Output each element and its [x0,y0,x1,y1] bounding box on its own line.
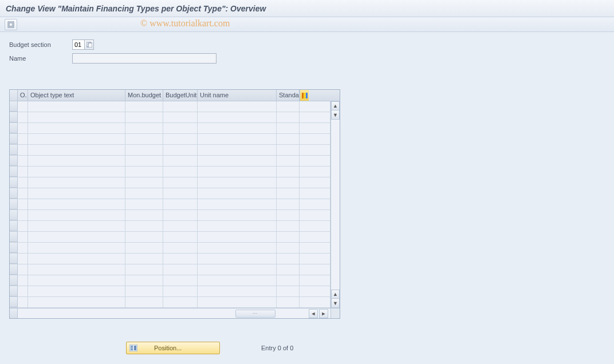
scroll-down2-button[interactable]: ▼ [331,299,340,308]
scroll-track[interactable] [331,120,340,290]
svg-rect-11 [134,346,136,350]
table-row [10,199,330,210]
form-area: Budget section Name [0,32,614,73]
svg-rect-9 [131,347,133,349]
hscroll-track[interactable]: ⋯ ◄ ► [18,308,330,318]
position-icon [129,344,138,352]
row-selector[interactable] [10,156,18,166]
table-container: O. Object type text Mon.budget BudgetUni… [9,89,340,319]
svg-rect-1 [9,23,13,26]
expand-icon [7,21,14,28]
table-row [10,232,330,243]
title-bar: Change View "Maintain Financing Types pe… [0,0,614,17]
table-row [10,286,330,297]
row-selector[interactable] [10,210,18,220]
toolbar-expand-button[interactable] [5,19,17,30]
table-row [10,221,330,232]
toolbar [0,17,614,32]
svg-rect-6 [306,93,308,98]
table-config-icon [302,93,308,98]
rows-area [10,101,330,308]
table-row [10,145,330,156]
scroll-down-button[interactable]: ▲ [331,290,340,299]
row-selector[interactable] [10,297,18,307]
table-header: O. Object type text Mon.budget BudgetUni… [10,90,340,101]
scroll-right-button[interactable]: ► [319,309,328,318]
row-selector[interactable] [10,134,18,144]
row-selector[interactable] [10,232,18,242]
table-row [10,123,330,134]
table-row [10,101,330,112]
row-selector[interactable] [10,123,18,133]
table-row [10,177,330,188]
row-selector[interactable] [10,264,18,275]
table-row [10,156,330,167]
row-selector[interactable] [10,243,18,253]
svg-rect-5 [304,93,305,98]
table-config-button[interactable] [300,90,309,101]
position-button[interactable]: Position... [126,342,220,354]
hscroll-thumb[interactable]: ⋯ [235,310,275,318]
hscroll-spacer [10,308,18,318]
budget-section-input[interactable] [72,39,85,50]
table-row [10,243,330,254]
scroll-left-button[interactable]: ◄ [309,309,318,318]
scroll-up2-button[interactable]: ▼ [331,110,340,120]
table-row [10,297,330,308]
scroll-up-button[interactable]: ▲ [331,101,340,110]
svg-rect-10 [131,349,133,350]
table-row [10,188,330,199]
svg-rect-8 [131,346,133,347]
col-unit-name[interactable]: Unit name [198,90,277,101]
entry-counter: Entry 0 of 0 [261,345,293,351]
row-selector[interactable] [10,275,18,286]
name-input[interactable] [72,53,217,64]
svg-rect-3 [88,43,92,48]
table-row [10,112,330,123]
row-selector[interactable] [10,112,18,122]
name-row: Name [9,53,605,64]
col-mon-budget[interactable]: Mon.budget [125,90,163,101]
table-body: ▲ ▼ ▲ ▼ [10,101,340,308]
vertical-scrollbar[interactable]: ▲ ▼ ▲ ▼ [330,101,340,308]
select-all-handle[interactable] [10,90,18,101]
row-selector[interactable] [10,101,18,112]
row-selector[interactable] [10,145,18,155]
col-standard[interactable]: Standa [277,90,300,101]
budget-section-row: Budget section [9,39,605,50]
table-row [10,264,330,275]
page-title: Change View "Maintain Financing Types pe… [6,4,266,13]
row-selector[interactable] [10,188,18,199]
footer: Position... Entry 0 of 0 [0,342,614,354]
row-selector[interactable] [10,221,18,231]
row-selector[interactable] [10,177,18,188]
svg-rect-4 [302,93,304,98]
table-row [10,210,330,221]
table-row [10,275,330,286]
col-object-type-text[interactable]: Object type text [28,90,125,101]
row-selector[interactable] [10,254,18,264]
scroll-corner [330,308,340,318]
value-help-icon[interactable] [85,39,94,50]
col-budget-unit[interactable]: BudgetUnit [163,90,198,101]
row-selector[interactable] [10,199,18,209]
horizontal-scrollbar[interactable]: ⋯ ◄ ► [10,308,340,318]
row-selector[interactable] [10,167,18,177]
budget-section-label: Budget section [9,41,72,48]
name-label: Name [9,55,72,62]
col-o[interactable]: O. [18,90,28,101]
table-row [10,167,330,177]
row-selector[interactable] [10,286,18,296]
table-row [10,254,330,264]
table-row [10,134,330,145]
position-label: Position... [154,345,182,351]
